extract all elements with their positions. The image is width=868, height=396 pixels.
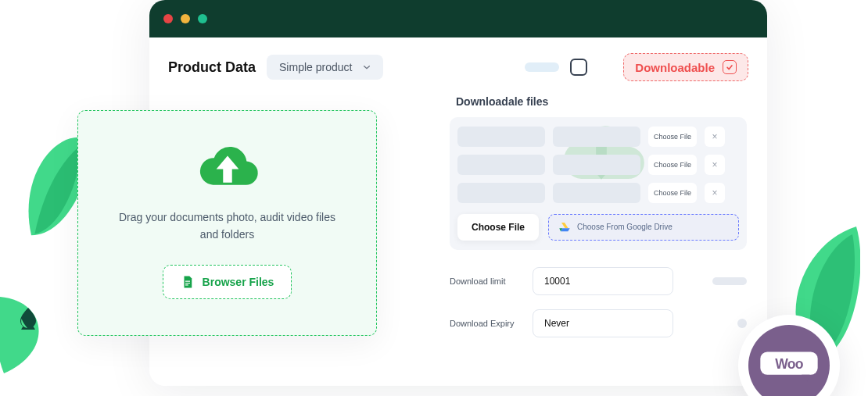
downloadable-toggle[interactable]: Downloadable	[623, 53, 748, 81]
file-row: Choose File ×	[457, 183, 739, 203]
download-expiry-input[interactable]	[533, 309, 673, 337]
product-type-select-value: Simple product	[279, 61, 352, 73]
download-limit-label: Download limit	[450, 276, 520, 286]
file-name-input[interactable]	[457, 127, 545, 147]
placeholder-dot	[737, 319, 747, 328]
browse-files-button[interactable]: Browser Files	[163, 265, 292, 299]
choose-from-google-drive-button[interactable]: Choose From Google Drive	[548, 214, 739, 241]
upload-dropzone[interactable]: Drag your documents photo, audit video f…	[77, 110, 377, 336]
virtual-checkbox[interactable]	[570, 59, 587, 76]
titlebar	[149, 0, 767, 37]
file-name-input[interactable]	[457, 155, 545, 175]
file-row: Choose File ×	[457, 127, 739, 147]
window-zoom-button[interactable]	[198, 14, 207, 23]
chevron-down-icon	[363, 63, 371, 71]
svg-text:Woo: Woo	[775, 356, 804, 372]
choose-file-button-mini[interactable]: Choose File	[648, 183, 697, 203]
file-row: Choose File ×	[457, 155, 739, 175]
page-title: Product Data	[168, 59, 256, 76]
downloadable-check-icon	[723, 60, 737, 74]
dropzone-instruction: Drag your documents photo, audit video f…	[110, 209, 345, 243]
download-expiry-label: Download Expiry	[450, 319, 520, 328]
window-minimize-button[interactable]	[181, 14, 190, 23]
decorative-drop-icon	[17, 308, 39, 330]
downloadable-files-title: Downloadale files	[450, 95, 747, 108]
browse-files-label: Browser Files	[203, 276, 274, 288]
google-drive-button-label: Choose From Google Drive	[577, 223, 673, 232]
choose-file-button[interactable]: Choose File	[457, 214, 539, 241]
download-limit-input[interactable]	[533, 267, 673, 295]
remove-file-button[interactable]: ×	[705, 155, 725, 175]
woocommerce-logo-icon: Woo	[760, 348, 818, 383]
google-drive-icon	[558, 221, 571, 234]
choose-file-button-mini[interactable]: Choose File	[648, 127, 697, 147]
downloadable-label: Downloadable	[635, 61, 715, 74]
choose-file-button-mini[interactable]: Choose File	[648, 155, 697, 175]
file-url-input[interactable]	[553, 155, 640, 175]
cloud-upload-icon	[194, 141, 261, 192]
product-type-select[interactable]: Simple product	[267, 55, 383, 80]
file-url-input[interactable]	[553, 183, 640, 203]
window-close-button[interactable]	[163, 14, 173, 23]
placeholder-pill	[525, 62, 559, 72]
downloadable-files-panel: Downloadale files Choose File × Choose F…	[450, 95, 747, 250]
remove-file-button[interactable]: ×	[705, 183, 725, 203]
remove-file-button[interactable]: ×	[705, 127, 725, 147]
document-icon	[181, 275, 195, 289]
file-url-input[interactable]	[553, 127, 640, 147]
placeholder-bar	[712, 277, 747, 285]
file-name-input[interactable]	[457, 183, 545, 203]
